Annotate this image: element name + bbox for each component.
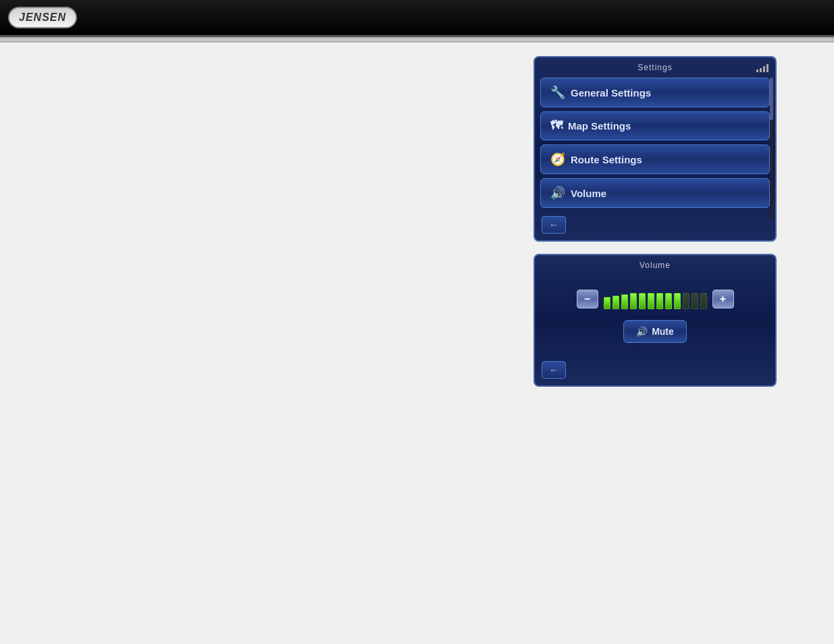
settings-panel: Settings 🔧 General Settings 🗺 Map bbox=[533, 56, 777, 242]
mute-label: Mute bbox=[652, 326, 674, 337]
vol-bar-6 bbox=[648, 293, 654, 309]
scroll-indicator bbox=[770, 78, 773, 220]
brand-text: JENSEN bbox=[19, 11, 66, 23]
header-bar: JENSEN bbox=[0, 0, 834, 37]
map-settings-label: Map Settings bbox=[568, 120, 631, 132]
general-settings-label: General Settings bbox=[571, 87, 651, 99]
vol-bar-5 bbox=[639, 293, 646, 309]
general-settings-icon: 🔧 bbox=[550, 85, 565, 100]
route-settings-icon: 🧭 bbox=[550, 152, 565, 167]
volume-increase-button[interactable]: + bbox=[712, 290, 734, 308]
mute-icon: 🔊 bbox=[636, 326, 648, 337]
volume-decrease-button[interactable]: − bbox=[577, 290, 598, 308]
vol-bar-7 bbox=[656, 293, 663, 309]
scroll-thumb bbox=[770, 78, 773, 120]
volume-label: Volume bbox=[571, 188, 606, 199]
route-settings-button[interactable]: 🧭 Route Settings bbox=[540, 144, 770, 174]
main-content: Settings 🔧 General Settings 🗺 Map bbox=[0, 43, 834, 644]
signal-bar-1 bbox=[756, 70, 758, 72]
mute-button[interactable]: 🔊 Mute bbox=[623, 320, 687, 343]
vol-bar-9 bbox=[674, 293, 681, 309]
vol-bar-3 bbox=[621, 294, 628, 309]
vol-bar-1 bbox=[604, 297, 610, 309]
signal-bar-4 bbox=[766, 64, 768, 72]
volume-panel: Volume − bbox=[533, 254, 777, 387]
settings-back-button[interactable]: ← bbox=[542, 216, 566, 234]
volume-bar-row: − bbox=[577, 289, 734, 309]
volume-back-button[interactable]: ← bbox=[542, 361, 566, 379]
vol-bar-12 bbox=[700, 293, 707, 309]
signal-icon bbox=[756, 63, 768, 72]
volume-button[interactable]: 🔊 Volume bbox=[540, 178, 770, 208]
route-settings-label: Route Settings bbox=[571, 154, 642, 165]
vol-bar-2 bbox=[613, 296, 619, 309]
vol-bar-8 bbox=[665, 293, 672, 309]
map-settings-icon: 🗺 bbox=[550, 119, 563, 133]
volume-panel-title: Volume bbox=[540, 261, 770, 270]
settings-panel-title: Settings bbox=[540, 63, 770, 72]
vol-bar-4 bbox=[630, 293, 637, 309]
volume-bars bbox=[604, 289, 707, 309]
map-settings-button[interactable]: 🗺 Map Settings bbox=[540, 111, 770, 140]
general-settings-button[interactable]: 🔧 General Settings bbox=[540, 78, 770, 107]
volume-content: − bbox=[540, 275, 770, 353]
volume-icon: 🔊 bbox=[550, 186, 565, 200]
vol-bar-11 bbox=[692, 293, 698, 309]
vol-bar-10 bbox=[683, 293, 689, 309]
jensen-logo: JENSEN bbox=[8, 7, 77, 28]
settings-panel-footer: ← bbox=[540, 213, 770, 235]
separator-bar bbox=[0, 37, 834, 43]
volume-panel-footer: ← bbox=[540, 358, 770, 380]
settings-buttons: 🔧 General Settings 🗺 Map Settings 🧭 Rout… bbox=[540, 78, 770, 208]
panels-container: Settings 🔧 General Settings 🗺 Map bbox=[533, 56, 777, 387]
signal-bar-3 bbox=[763, 66, 765, 72]
signal-bar-2 bbox=[760, 68, 762, 72]
